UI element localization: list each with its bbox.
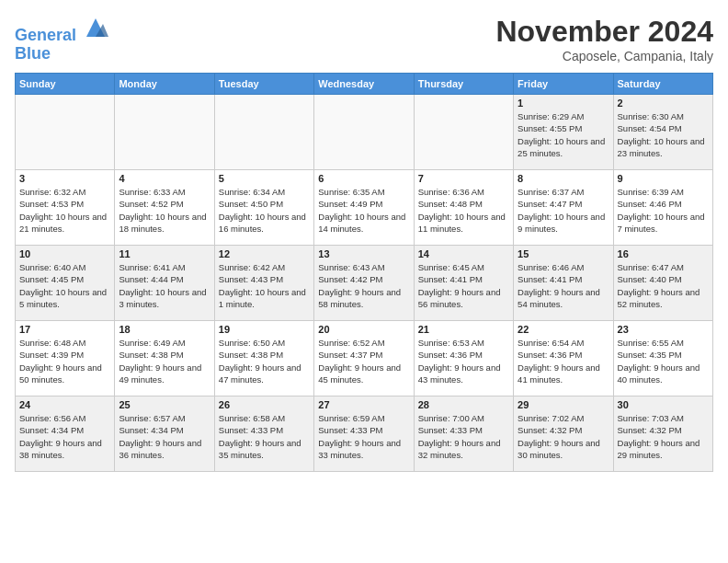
day-number: 24 [19,399,110,410]
calendar-cell: 6Sunrise: 6:35 AM Sunset: 4:49 PM Daylig… [314,170,414,246]
logo-blue: Blue [15,45,108,63]
calendar-cell: 7Sunrise: 6:36 AM Sunset: 4:48 PM Daylig… [414,170,513,246]
day-info: Sunrise: 6:59 AM Sunset: 4:33 PM Dayligh… [318,412,409,461]
calendar-cell: 22Sunrise: 6:54 AM Sunset: 4:36 PM Dayli… [514,321,613,396]
day-number: 12 [219,248,310,259]
logo-text: General [15,15,108,45]
week-row-0: 1Sunrise: 6:29 AM Sunset: 4:55 PM Daylig… [16,95,713,170]
day-number: 16 [618,248,709,259]
day-info: Sunrise: 6:42 AM Sunset: 4:43 PM Dayligh… [219,261,310,310]
day-number: 23 [618,324,709,335]
day-info: Sunrise: 6:54 AM Sunset: 4:36 PM Dayligh… [518,337,609,385]
day-info: Sunrise: 6:29 AM Sunset: 4:55 PM Dayligh… [518,110,609,159]
day-info: Sunrise: 6:33 AM Sunset: 4:52 PM Dayligh… [119,186,210,235]
day-number: 29 [518,399,609,410]
day-number: 11 [119,248,210,259]
day-info: Sunrise: 7:00 AM Sunset: 4:33 PM Dayligh… [418,412,509,461]
calendar-cell: 25Sunrise: 6:57 AM Sunset: 4:34 PM Dayli… [115,396,214,472]
day-number: 14 [418,248,509,259]
day-number: 26 [219,399,310,410]
col-header-monday: Monday [115,74,214,95]
calendar-cell: 26Sunrise: 6:58 AM Sunset: 4:33 PM Dayli… [214,396,313,472]
col-header-friday: Friday [514,74,613,95]
calendar-cell: 18Sunrise: 6:49 AM Sunset: 4:38 PM Dayli… [115,321,214,396]
day-info: Sunrise: 6:34 AM Sunset: 4:50 PM Dayligh… [219,186,310,235]
day-info: Sunrise: 6:45 AM Sunset: 4:41 PM Dayligh… [418,261,509,310]
day-number: 19 [219,324,310,335]
week-row-3: 17Sunrise: 6:48 AM Sunset: 4:39 PM Dayli… [16,321,713,396]
day-number: 9 [618,173,709,184]
day-info: Sunrise: 6:53 AM Sunset: 4:36 PM Dayligh… [418,337,509,385]
day-info: Sunrise: 6:36 AM Sunset: 4:48 PM Dayligh… [418,186,509,235]
day-number: 30 [618,399,709,410]
calendar-cell: 27Sunrise: 6:59 AM Sunset: 4:33 PM Dayli… [314,396,414,472]
week-row-2: 10Sunrise: 6:40 AM Sunset: 4:45 PM Dayli… [16,246,713,321]
day-info: Sunrise: 6:58 AM Sunset: 4:33 PM Dayligh… [219,412,310,461]
day-info: Sunrise: 6:57 AM Sunset: 4:34 PM Dayligh… [119,412,210,461]
day-number: 17 [19,324,110,335]
day-info: Sunrise: 6:55 AM Sunset: 4:35 PM Dayligh… [618,337,709,385]
calendar-cell: 16Sunrise: 6:47 AM Sunset: 4:40 PM Dayli… [613,246,712,321]
calendar-cell: 14Sunrise: 6:45 AM Sunset: 4:41 PM Dayli… [414,246,513,321]
calendar-header-row: SundayMondayTuesdayWednesdayThursdayFrid… [16,74,713,95]
day-number: 18 [119,324,210,335]
col-header-wednesday: Wednesday [314,74,414,95]
day-number: 25 [119,399,210,410]
day-number: 28 [418,399,509,410]
day-info: Sunrise: 7:03 AM Sunset: 4:32 PM Dayligh… [618,412,709,461]
logo-icon [83,15,108,40]
calendar-cell: 15Sunrise: 6:46 AM Sunset: 4:41 PM Dayli… [514,246,613,321]
day-number: 21 [418,324,509,335]
day-number: 20 [318,324,409,335]
calendar-cell [314,95,414,170]
day-info: Sunrise: 6:43 AM Sunset: 4:42 PM Dayligh… [318,261,409,310]
day-info: Sunrise: 6:56 AM Sunset: 4:34 PM Dayligh… [19,412,110,461]
day-info: Sunrise: 6:37 AM Sunset: 4:47 PM Dayligh… [518,186,609,235]
calendar-cell: 10Sunrise: 6:40 AM Sunset: 4:45 PM Dayli… [16,246,115,321]
day-number: 4 [119,173,210,184]
calendar-cell: 29Sunrise: 7:02 AM Sunset: 4:32 PM Dayli… [514,396,613,472]
day-number: 1 [518,98,609,109]
calendar-table: SundayMondayTuesdayWednesdayThursdayFrid… [15,73,713,472]
calendar-cell: 30Sunrise: 7:03 AM Sunset: 4:32 PM Dayli… [613,396,712,472]
calendar-cell: 20Sunrise: 6:52 AM Sunset: 4:37 PM Dayli… [314,321,414,396]
day-number: 22 [518,324,609,335]
day-number: 3 [19,173,110,184]
day-info: Sunrise: 6:30 AM Sunset: 4:54 PM Dayligh… [618,110,709,159]
day-info: Sunrise: 6:39 AM Sunset: 4:46 PM Dayligh… [618,186,709,235]
calendar-cell: 19Sunrise: 6:50 AM Sunset: 4:38 PM Dayli… [214,321,313,396]
day-info: Sunrise: 6:52 AM Sunset: 4:37 PM Dayligh… [318,337,409,385]
day-info: Sunrise: 6:46 AM Sunset: 4:41 PM Dayligh… [518,261,609,310]
calendar-cell: 28Sunrise: 7:00 AM Sunset: 4:33 PM Dayli… [414,396,513,472]
calendar-cell [115,95,214,170]
day-number: 27 [318,399,409,410]
title-block: November 2024 Caposele, Campania, Italy [495,15,713,63]
calendar-cell: 1Sunrise: 6:29 AM Sunset: 4:55 PM Daylig… [514,95,613,170]
col-header-saturday: Saturday [613,74,712,95]
month-title: November 2024 [495,15,713,49]
calendar-cell: 17Sunrise: 6:48 AM Sunset: 4:39 PM Dayli… [16,321,115,396]
calendar-cell: 5Sunrise: 6:34 AM Sunset: 4:50 PM Daylig… [214,170,313,246]
calendar-cell: 9Sunrise: 6:39 AM Sunset: 4:46 PM Daylig… [613,170,712,246]
calendar-cell: 8Sunrise: 6:37 AM Sunset: 4:47 PM Daylig… [514,170,613,246]
day-number: 6 [318,173,409,184]
calendar-cell: 12Sunrise: 6:42 AM Sunset: 4:43 PM Dayli… [214,246,313,321]
calendar-cell: 21Sunrise: 6:53 AM Sunset: 4:36 PM Dayli… [414,321,513,396]
col-header-thursday: Thursday [414,74,513,95]
day-info: Sunrise: 6:35 AM Sunset: 4:49 PM Dayligh… [318,186,409,235]
week-row-1: 3Sunrise: 6:32 AM Sunset: 4:53 PM Daylig… [16,170,713,246]
calendar-cell: 2Sunrise: 6:30 AM Sunset: 4:54 PM Daylig… [613,95,712,170]
calendar-cell: 23Sunrise: 6:55 AM Sunset: 4:35 PM Dayli… [613,321,712,396]
col-header-sunday: Sunday [16,74,115,95]
day-info: Sunrise: 6:41 AM Sunset: 4:44 PM Dayligh… [119,261,210,310]
day-info: Sunrise: 6:49 AM Sunset: 4:38 PM Dayligh… [119,337,210,385]
week-row-4: 24Sunrise: 6:56 AM Sunset: 4:34 PM Dayli… [16,396,713,472]
calendar-cell [414,95,513,170]
calendar-cell: 3Sunrise: 6:32 AM Sunset: 4:53 PM Daylig… [16,170,115,246]
subtitle: Caposele, Campania, Italy [495,49,713,63]
day-number: 2 [618,98,709,109]
day-info: Sunrise: 6:32 AM Sunset: 4:53 PM Dayligh… [19,186,110,235]
calendar-cell: 24Sunrise: 6:56 AM Sunset: 4:34 PM Dayli… [16,396,115,472]
day-number: 13 [318,248,409,259]
calendar-cell [214,95,313,170]
